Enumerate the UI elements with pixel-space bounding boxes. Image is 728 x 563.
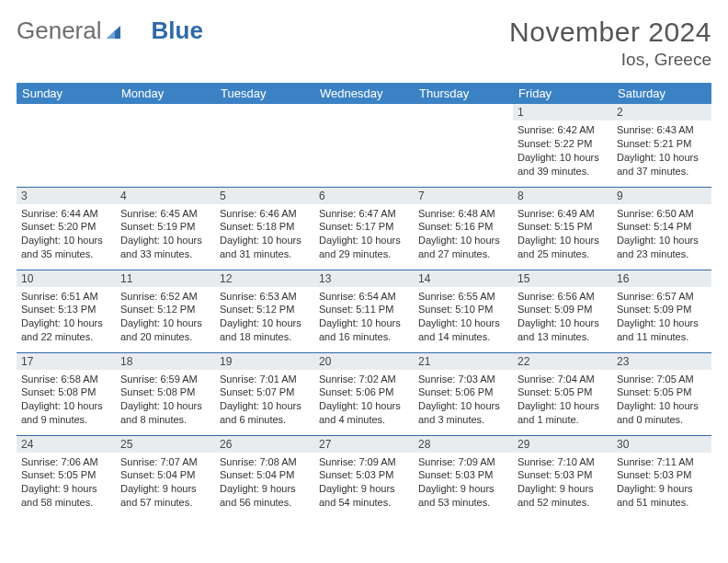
daylight-text: Daylight: 9 hours and 51 minutes. [617,482,707,510]
calendar-day: 25Sunrise: 7:07 AMSunset: 5:04 PMDayligh… [116,435,215,518]
day-number: 4 [116,188,215,204]
calendar-day: 5Sunrise: 6:46 AMSunset: 5:18 PMDaylight… [215,187,314,270]
sunset-text: Sunset: 5:09 PM [518,303,608,316]
day-details: Sunrise: 6:44 AMSunset: 5:20 PMDaylight:… [17,204,116,265]
sunrise-text: Sunrise: 7:09 AM [319,455,409,469]
day-details: Sunrise: 6:53 AMSunset: 5:12 PMDaylight:… [215,287,314,348]
sunrise-text: Sunrise: 6:49 AM [518,207,608,221]
sunrise-text: Sunrise: 6:51 AM [21,290,111,304]
sunset-text: Sunset: 5:13 PM [21,303,111,316]
day-details: Sunrise: 6:46 AMSunset: 5:18 PMDaylight:… [215,204,314,265]
day-details: Sunrise: 6:50 AMSunset: 5:14 PMDaylight:… [612,204,711,265]
calendar-day: 24Sunrise: 7:06 AMSunset: 5:05 PMDayligh… [17,435,116,518]
day-number: 24 [17,436,116,453]
sunrise-text: Sunrise: 6:56 AM [518,290,608,304]
day-number: 20 [314,353,414,370]
day-number: 16 [612,270,711,287]
daylight-text: Daylight: 10 hours and 0 minutes. [617,399,707,427]
calendar-day: 26Sunrise: 7:08 AMSunset: 5:04 PMDayligh… [215,435,314,518]
location-label: Ios, Greece [509,50,711,70]
calendar-week: ..........1Sunrise: 6:42 AMSunset: 5:22 … [17,104,711,187]
header: General Blue November 2024 Ios, Greece [17,17,711,70]
daylight-text: Daylight: 9 hours and 54 minutes. [319,482,409,510]
sunset-text: Sunset: 5:12 PM [120,303,210,316]
day-details: Sunrise: 7:06 AMSunset: 5:05 PMDaylight:… [17,453,116,513]
sunset-text: Sunset: 5:16 PM [418,220,508,234]
day-number: 25 [116,436,215,453]
day-number: 15 [513,270,612,287]
sunrise-text: Sunrise: 7:08 AM [220,455,310,469]
day-number: 26 [215,436,314,453]
day-number: 9 [612,188,711,204]
day-details: Sunrise: 6:49 AMSunset: 5:15 PMDaylight:… [513,204,612,265]
daylight-text: Daylight: 10 hours and 9 minutes. [21,399,111,427]
day-details: Sunrise: 6:48 AMSunset: 5:16 PMDaylight:… [414,204,513,265]
daylight-text: Daylight: 10 hours and 37 minutes. [617,151,707,178]
calendar-day: 18Sunrise: 6:59 AMSunset: 5:08 PMDayligh… [116,352,215,435]
day-details: Sunrise: 6:47 AMSunset: 5:17 PMDaylight:… [314,204,414,265]
daylight-text: Daylight: 10 hours and 14 minutes. [418,316,508,344]
calendar-day: 23Sunrise: 7:05 AMSunset: 5:05 PMDayligh… [612,352,711,435]
day-details: Sunrise: 6:54 AMSunset: 5:11 PMDaylight:… [314,287,414,348]
calendar-day: .. [414,104,513,187]
calendar-body: ..........1Sunrise: 6:42 AMSunset: 5:22 … [17,104,711,518]
sunset-text: Sunset: 5:03 PM [319,468,409,482]
calendar-week: 24Sunrise: 7:06 AMSunset: 5:05 PMDayligh… [17,435,711,518]
sunset-text: Sunset: 5:03 PM [617,468,707,482]
day-details: Sunrise: 6:43 AMSunset: 5:21 PMDaylight:… [612,121,711,181]
calendar-day: .. [314,104,414,187]
sunrise-text: Sunrise: 6:44 AM [21,207,111,221]
daylight-text: Daylight: 10 hours and 25 minutes. [518,234,608,261]
calendar-day: 27Sunrise: 7:09 AMSunset: 5:03 PMDayligh… [314,435,414,518]
day-number: 8 [513,188,612,204]
day-number: 23 [612,353,711,370]
day-number: 10 [17,270,116,287]
calendar-day: 19Sunrise: 7:01 AMSunset: 5:07 PMDayligh… [215,352,314,435]
day-number: 29 [513,436,612,453]
day-number: 28 [414,436,513,453]
day-details: Sunrise: 6:55 AMSunset: 5:10 PMDaylight:… [414,287,513,348]
calendar-day: 15Sunrise: 6:56 AMSunset: 5:09 PMDayligh… [513,270,612,352]
sunrise-text: Sunrise: 7:04 AM [518,373,608,386]
brand-logo: General Blue [17,17,203,45]
sunset-text: Sunset: 5:14 PM [617,220,707,234]
day-number: 17 [17,353,116,370]
day-details: Sunrise: 7:07 AMSunset: 5:04 PMDaylight:… [116,453,215,513]
weekday-header: Tuesday [215,83,314,104]
calendar-week: 10Sunrise: 6:51 AMSunset: 5:13 PMDayligh… [17,270,711,352]
sunrise-text: Sunrise: 7:06 AM [21,455,111,469]
calendar-day: .. [116,104,215,187]
sunrise-text: Sunrise: 6:55 AM [418,290,508,304]
sunset-text: Sunset: 5:22 PM [518,137,608,151]
daylight-text: Daylight: 10 hours and 33 minutes. [120,234,210,261]
brand-text-1: General [17,17,102,45]
sunset-text: Sunset: 5:05 PM [518,385,608,399]
svg-marker-1 [107,30,115,39]
daylight-text: Daylight: 10 hours and 6 minutes. [220,399,310,427]
sunrise-text: Sunrise: 6:43 AM [617,123,707,137]
day-details: Sunrise: 7:09 AMSunset: 5:03 PMDaylight:… [314,453,414,513]
calendar-day: 30Sunrise: 7:11 AMSunset: 5:03 PMDayligh… [612,435,711,518]
day-details: Sunrise: 6:56 AMSunset: 5:09 PMDaylight:… [513,287,612,348]
weekday-header: Thursday [414,83,513,104]
daylight-text: Daylight: 10 hours and 29 minutes. [319,234,409,261]
daylight-text: Daylight: 10 hours and 16 minutes. [319,316,409,344]
day-number: 18 [116,353,215,370]
day-details: Sunrise: 7:08 AMSunset: 5:04 PMDaylight:… [215,453,314,513]
weekday-header: Wednesday [314,83,414,104]
sunrise-text: Sunrise: 6:59 AM [120,373,210,386]
sunrise-text: Sunrise: 7:02 AM [319,373,409,386]
daylight-text: Daylight: 10 hours and 39 minutes. [518,151,608,178]
sunrise-text: Sunrise: 7:03 AM [418,373,508,386]
brand-text-2: Blue [152,17,203,45]
day-number: 30 [612,436,711,453]
daylight-text: Daylight: 9 hours and 53 minutes. [418,482,508,510]
daylight-text: Daylight: 10 hours and 13 minutes. [518,316,608,344]
calendar-day: .. [215,104,314,187]
calendar-day: 14Sunrise: 6:55 AMSunset: 5:10 PMDayligh… [414,270,513,352]
calendar-day: 12Sunrise: 6:53 AMSunset: 5:12 PMDayligh… [215,270,314,352]
sunset-text: Sunset: 5:05 PM [21,468,111,482]
day-number: 3 [17,188,116,204]
calendar-day: 10Sunrise: 6:51 AMSunset: 5:13 PMDayligh… [17,270,116,352]
day-number: 7 [414,188,513,204]
